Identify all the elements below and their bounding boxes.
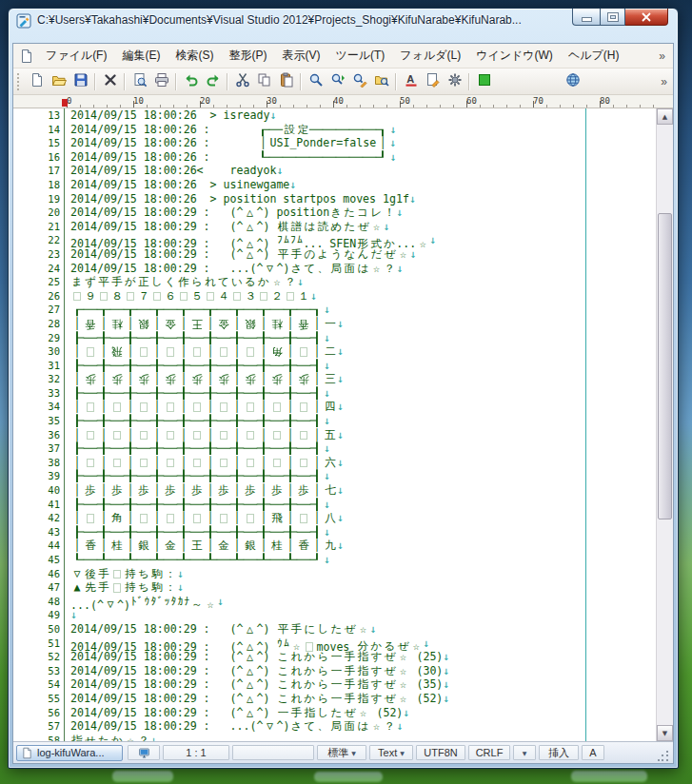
log-line[interactable]: 35├─┼─┼─┼─┼─┼─┼─┼─┼─┤↓ <box>13 414 657 428</box>
menu-item-help[interactable]: ヘルプ(H) <box>561 45 627 67</box>
line-text[interactable]: 2014/09/15 18:00:26 > isready <box>70 108 269 123</box>
log-line[interactable]: 45└─┴─┴─┴─┴─┴─┴─┴─┴─┘↓ <box>13 553 657 567</box>
log-line[interactable]: 172014/09/15 18:00:26< readyok↓ <box>13 164 657 178</box>
line-text[interactable]: 2014/09/15 18:00:29 : (^△^) 平手にしたぜ☆ <box>70 622 369 637</box>
undo-button[interactable] <box>180 71 202 92</box>
line-text[interactable]: 2014/09/15 18:00:29 : (^△^) ｳﾑ☆ moves 分か… <box>70 637 423 651</box>
log-line[interactable]: 142014/09/15 18:00:26 : ┌─設定─────┐↓ <box>13 123 657 137</box>
line-text[interactable]: │ │ │ │ │ │ │ │ │ │六 <box>70 456 337 470</box>
line-text[interactable]: 2014/09/15 18:00:26< readyok <box>70 164 276 178</box>
save-button[interactable] <box>69 71 91 92</box>
log-line[interactable]: 552014/09/15 18:00:29 : (^△^) これから一手指すぜ☆… <box>13 692 657 706</box>
close-file-button[interactable] <box>99 71 121 92</box>
line-text[interactable]: ├─┼─┼─┼─┼─┼─┼─┼─┼─┤ <box>70 414 324 428</box>
print-button[interactable] <box>150 71 172 92</box>
log-line[interactable]: 41├─┼─┼─┼─┼─┼─┼─┼─┼─┤↓ <box>13 498 657 512</box>
vertical-scrollbar[interactable]: ▲ ▼ <box>656 108 673 741</box>
minimize-button[interactable] <box>572 9 600 26</box>
line-text[interactable]: ▽後手 持ち駒： <box>70 567 177 581</box>
file-tab[interactable]: log-kifuWara... <box>16 745 123 761</box>
log-line[interactable]: 36│ │ │ │ │ │ │ │ │ │五↓ <box>13 428 657 442</box>
log-line[interactable]: 32│歩│歩│歩│歩│歩│歩│歩│歩│歩│三↓ <box>13 372 657 386</box>
log-line[interactable]: 502014/09/15 18:00:29 : (^△^) 平手にしたぜ☆↓ <box>13 622 657 637</box>
line-text[interactable]: 2014/09/15 18:00:29 : (^△^) positionきたコレ… <box>70 206 396 220</box>
line-text[interactable]: ▲先手 持ち駒： <box>70 580 177 595</box>
menu-item-view[interactable]: 表示(V) <box>274 45 327 67</box>
menu-item-format[interactable]: 整形(P) <box>221 45 274 67</box>
line-text[interactable]: │香│桂│銀│金│王│金│銀│桂│香│九 <box>70 539 337 553</box>
log-line[interactable]: 242014/09/15 18:00:29 : ...(^▽^)さて、局面は☆？… <box>13 262 657 276</box>
log-line[interactable]: 38│ │ │ │ │ │ │ │ │ │六↓ <box>13 456 657 470</box>
line-text[interactable]: 2014/09/15 18:00:26 : ┌─設定─────┐ <box>70 123 389 137</box>
status-insert-mode[interactable]: 挿入 <box>539 745 579 760</box>
line-text[interactable]: 指せたか☆？ <box>70 734 150 741</box>
line-text[interactable]: ┌─┬─┬─┬─┬─┬─┬─┬─┬─┐ <box>70 303 324 317</box>
line-text[interactable]: │ │角│ │ │ │ │ │飛│ │八 <box>70 511 337 525</box>
log-line[interactable]: 532014/09/15 18:00:29 : (^△^) これから一手指すぜ☆… <box>13 664 657 678</box>
log-line[interactable]: 37├─┼─┼─┼─┼─┼─┼─┼─┼─┤↓ <box>13 441 657 456</box>
log-line[interactable]: 40│歩│歩│歩│歩│歩│歩│歩│歩│歩│七↓ <box>13 483 657 498</box>
line-text[interactable]: ...(^▽^)ﾄﾞｳﾀﾞｯﾀｶﾅ～☆ <box>70 595 217 609</box>
line-text[interactable]: 2014/09/15 18:00:29 : ...(^▽^)さて、局面は☆？ <box>70 719 396 734</box>
log-line[interactable]: 34│ │ │ │ │ │ │ │ │ │四↓ <box>13 400 657 414</box>
scrollbar-down-button[interactable]: ▼ <box>657 725 673 741</box>
common-settings-button[interactable] <box>444 71 465 92</box>
line-text[interactable]: ├─┼─┼─┼─┼─┼─┼─┼─┼─┤ <box>70 331 324 345</box>
status-syntax[interactable]: 標準▼ <box>317 745 366 760</box>
line-text[interactable]: │ │飛│ │ │ │ │ │角│ │二 <box>70 344 337 359</box>
log-line[interactable]: 27┌─┬─┬─┬─┬─┬─┬─┬─┬─┐↓ <box>13 303 657 317</box>
menu-item-file[interactable]: ファイル(F) <box>38 45 114 67</box>
line-text[interactable]: 2014/09/15 18:00:29 : (^△^) ﾌﾑﾌﾑ... SFEN… <box>70 233 429 247</box>
browser-button[interactable] <box>562 71 583 92</box>
find-next-button[interactable] <box>326 71 348 92</box>
line-text[interactable]: ├─┼─┼─┼─┼─┼─┼─┼─┼─┤ <box>70 386 324 401</box>
log-line[interactable]: 232014/09/15 18:00:29 : (^△^) 平手のようなんだぜ☆… <box>13 247 657 262</box>
maximize-button[interactable] <box>600 9 625 26</box>
line-text[interactable]: 2014/09/15 18:00:29 : (^△^) これから一手指すぜ☆ (… <box>70 664 443 678</box>
toolbar-overflow-chevron[interactable]: » <box>657 75 671 88</box>
line-text[interactable]: │香│桂│銀│金│王│金│銀│桂│香│一 <box>70 317 337 331</box>
log-line[interactable]: 212014/09/15 18:00:29 : (^△^) 棋譜は読めたぜ☆↓ <box>13 220 657 234</box>
line-text[interactable]: │歩│歩│歩│歩│歩│歩│歩│歩│歩│七 <box>70 483 337 498</box>
log-line[interactable]: 30│ │飛│ │ │ │ │ │角│ │二↓ <box>13 344 657 359</box>
log-line[interactable]: 25まず平手が正しく作られているか☆？↓ <box>13 275 657 289</box>
log-line[interactable]: 31├─┼─┼─┼─┼─┼─┼─┼─┼─┤↓ <box>13 359 657 373</box>
grep-button[interactable] <box>370 71 392 92</box>
line-text[interactable]: 2014/09/15 18:00:26 : │USI_Ponder=false│ <box>70 136 389 150</box>
close-button[interactable] <box>625 9 668 26</box>
line-text[interactable]: 2014/09/15 18:00:26 : └────────┘ <box>70 150 389 165</box>
line-text[interactable]: ├─┼─┼─┼─┼─┼─┼─┼─┼─┤ <box>70 359 324 373</box>
log-line[interactable]: 192014/09/15 18:00:26 > position startpo… <box>13 192 657 206</box>
line-text[interactable]: 2014/09/15 18:00:29 : (^△^) これから一手指すぜ☆ (… <box>70 692 443 706</box>
box-select-button[interactable] <box>473 71 495 92</box>
line-text[interactable]: 2014/09/15 18:00:29 : (^△^) これから一手指すぜ☆ (… <box>70 650 443 664</box>
log-line[interactable]: 33├─┼─┼─┼─┼─┼─┼─┼─┼─┤↓ <box>13 386 657 401</box>
status-doc-type[interactable]: Text▼ <box>369 745 413 760</box>
line-text[interactable]: 2014/09/15 18:00:26 > position startpos … <box>70 192 409 206</box>
log-line[interactable]: 152014/09/15 18:00:26 : │USI_Ponder=fals… <box>13 136 657 150</box>
menu-item-search[interactable]: 検索(S) <box>168 45 221 67</box>
scrollbar-thumb[interactable] <box>658 213 672 519</box>
open-file-button[interactable] <box>48 71 69 92</box>
log-line[interactable]: 562014/09/15 18:00:29 : (^△^) 一手指したぜ☆ (5… <box>13 706 657 720</box>
scrollbar-up-button[interactable]: ▲ <box>657 108 673 125</box>
line-text[interactable]: ├─┼─┼─┼─┼─┼─┼─┼─┼─┤ <box>70 498 324 512</box>
find-button[interactable] <box>305 71 326 92</box>
color-text-button[interactable]: A <box>400 71 422 92</box>
status-encoding[interactable]: UTF8N <box>416 745 465 760</box>
print-preview-button[interactable] <box>129 71 150 92</box>
copy-button[interactable] <box>253 71 275 92</box>
line-text[interactable]: ├─┼─┼─┼─┼─┼─┼─┼─┼─┤ <box>70 469 324 483</box>
log-line[interactable]: 28│香│桂│銀│金│王│金│銀│桂│香│一↓ <box>13 317 657 331</box>
log-line[interactable]: 512014/09/15 18:00:29 : (^△^) ｳﾑ☆ moves … <box>13 637 657 651</box>
line-text[interactable]: └─┴─┴─┴─┴─┴─┴─┴─┴─┘ <box>70 553 324 567</box>
toolbar-grip[interactable] <box>17 73 22 90</box>
log-line[interactable]: 46▽後手 持ち駒：↓ <box>13 567 657 581</box>
log-line[interactable]: 43├─┼─┼─┼─┼─┼─┼─┼─┼─┤↓ <box>13 525 657 539</box>
line-text[interactable]: 2014/09/15 18:00:29 : (^△^) 一手指したぜ☆ (52) <box>70 706 403 720</box>
line-text[interactable]: 2014/09/15 18:00:26 > usinewgame <box>70 178 289 192</box>
line-text[interactable]: ９ ８ ７ ６ ５ ４ ３ ２ １ <box>70 289 310 304</box>
line-text[interactable]: 2014/09/15 18:00:29 : ...(^▽^)さて、局面は☆？ <box>70 262 396 276</box>
line-text[interactable]: 2014/09/15 18:00:29 : (^△^) 平手のようなんだぜ☆ <box>70 247 409 262</box>
line-text[interactable]: │歩│歩│歩│歩│歩│歩│歩│歩│歩│三 <box>70 372 337 386</box>
